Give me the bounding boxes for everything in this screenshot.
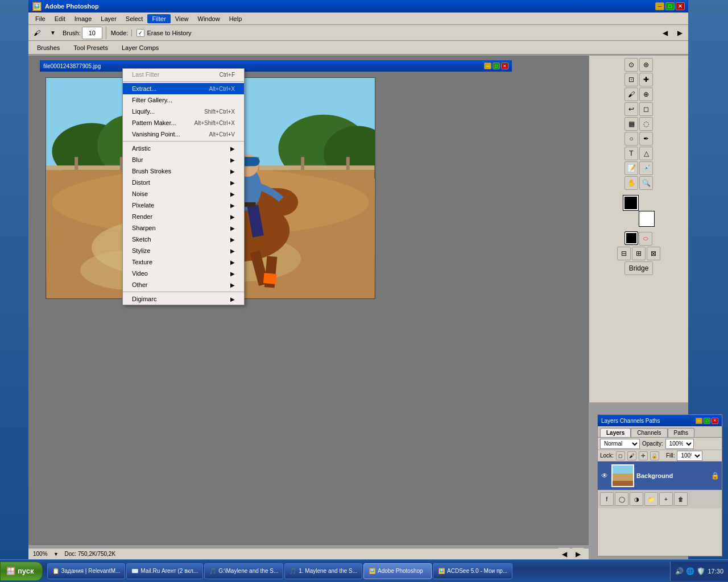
bridge-btn[interactable]: Bridge bbox=[624, 261, 653, 275]
tool-crop[interactable]: ⊡ bbox=[624, 73, 638, 86]
filter-item-pattern-maker[interactable]: Pattern Maker... Alt+Shift+Ctrl+X bbox=[123, 117, 244, 128]
tab-channels[interactable]: Channels bbox=[631, 428, 667, 437]
doc-close-button[interactable]: ✕ bbox=[501, 63, 508, 69]
blend-mode-select[interactable]: Normal Multiply Screen bbox=[600, 439, 640, 449]
taskbar-item-4[interactable]: 🖼️ Adobe Photoshop bbox=[363, 563, 432, 579]
toolbar-icon-1[interactable]: ◀ bbox=[659, 27, 671, 39]
status-dropdown[interactable]: ▼ bbox=[52, 550, 60, 558]
tool-eyedrop[interactable]: 💉 bbox=[639, 161, 653, 175]
tool-blur[interactable]: ◌ bbox=[639, 117, 653, 131]
background-color[interactable] bbox=[639, 211, 654, 226]
filter-item-video[interactable]: Video ▶ bbox=[123, 268, 244, 279]
filter-item-noise[interactable]: Noise ▶ bbox=[123, 188, 244, 199]
filter-item-blur[interactable]: Blur ▶ bbox=[123, 154, 244, 165]
tool-heal[interactable]: ✚ bbox=[639, 73, 653, 86]
tool-history-brush[interactable]: ↩ bbox=[624, 102, 638, 116]
layers-maximize-btn[interactable]: □ bbox=[704, 418, 710, 424]
filter-item-filter-gallery[interactable]: Filter Gallery... bbox=[123, 94, 244, 106]
filter-item-stylize[interactable]: Stylize ▶ bbox=[123, 245, 244, 256]
quick-mask-btn[interactable]: ⬭ bbox=[639, 232, 652, 246]
tool-magic-wand[interactable]: ⊛ bbox=[639, 58, 653, 72]
filter-item-sketch[interactable]: Sketch ▶ bbox=[123, 234, 244, 245]
filter-item-render[interactable]: Render ▶ bbox=[123, 211, 244, 222]
layer-row-background[interactable]: 👁 Background 🔒 bbox=[598, 462, 722, 490]
scroll-right-btn[interactable]: ▶ bbox=[572, 548, 584, 560]
menu-select[interactable]: Select bbox=[121, 14, 148, 23]
taskbar-item-2[interactable]: 🎵 G:\Maylene and the S... bbox=[204, 563, 283, 579]
lock-paint-btn[interactable]: 🖌 bbox=[627, 451, 636, 460]
taskbar-item-1[interactable]: ✉️ Mail.Ru Агент (2 вкл... bbox=[126, 563, 203, 579]
menu-file[interactable]: File bbox=[31, 14, 50, 23]
tool-lasso[interactable]: ⊙ bbox=[624, 58, 638, 72]
fullscreen-btn[interactable]: ⊞ bbox=[632, 247, 646, 260]
erase-history-checkbox[interactable]: ✓ bbox=[136, 29, 144, 37]
fill-select[interactable]: 100% bbox=[677, 451, 702, 461]
doc-maximize-button[interactable]: □ bbox=[493, 63, 500, 69]
filter-item-other[interactable]: Other ▶ bbox=[123, 279, 244, 290]
scroll-left-btn[interactable]: ◀ bbox=[558, 548, 570, 560]
tool-gradient[interactable]: ▦ bbox=[624, 117, 638, 131]
add-group-btn[interactable]: 📁 bbox=[644, 492, 658, 506]
menu-window[interactable]: Window bbox=[193, 14, 225, 23]
filter-item-sharpen[interactable]: Sharpen ▶ bbox=[123, 222, 244, 234]
tool-stamp[interactable]: ⊕ bbox=[639, 88, 653, 101]
brush-dropdown[interactable]: ▼ bbox=[44, 27, 61, 39]
menu-image[interactable]: Image bbox=[70, 14, 97, 23]
add-layer-btn[interactable]: + bbox=[659, 492, 673, 506]
filter-item-extract[interactable]: Extract... Alt+Ctrl+X bbox=[123, 83, 244, 94]
foreground-color[interactable] bbox=[623, 196, 638, 210]
tool-dodge[interactable]: ○ bbox=[624, 132, 638, 146]
filter-item-brush-strokes[interactable]: Brush Strokes ▶ bbox=[123, 165, 244, 177]
menu-view[interactable]: View bbox=[171, 14, 193, 23]
filter-item-distort[interactable]: Distort ▶ bbox=[123, 177, 244, 188]
delete-layer-btn[interactable]: 🗑 bbox=[674, 492, 688, 506]
tab-layers[interactable]: Layers bbox=[600, 428, 631, 437]
taskbar-item-0[interactable]: 📋 Задания | RelevantM... bbox=[47, 563, 126, 579]
filter-item-pixelate[interactable]: Pixelate ▶ bbox=[123, 199, 244, 211]
taskbar-item-5[interactable]: 🖼️ ACDSee 5.0 - Мои пр... bbox=[433, 563, 512, 579]
layers-minimize-btn[interactable]: ─ bbox=[696, 418, 702, 424]
maximize-button[interactable]: □ bbox=[665, 2, 675, 10]
tool-text[interactable]: T bbox=[624, 147, 638, 160]
menu-help[interactable]: Help bbox=[225, 14, 247, 23]
menu-layer[interactable]: Layer bbox=[96, 14, 121, 23]
lock-move-btn[interactable]: ✛ bbox=[639, 451, 648, 460]
start-button[interactable]: 🪟 пуск bbox=[0, 562, 43, 581]
menu-edit[interactable]: Edit bbox=[50, 14, 70, 23]
menu-filter[interactable]: Filter bbox=[147, 14, 170, 23]
lock-transparent-btn[interactable]: ◻ bbox=[616, 451, 625, 460]
layers-close-btn[interactable]: ✕ bbox=[712, 418, 718, 424]
tab-paths[interactable]: Paths bbox=[668, 428, 695, 437]
opacity-select[interactable]: 100% bbox=[665, 439, 694, 449]
filter-item-liquify[interactable]: Liquify... Shift+Ctrl+X bbox=[123, 106, 244, 117]
tool-zoom[interactable]: 🔍 bbox=[639, 176, 653, 190]
toolbar-icon-2[interactable]: ▶ bbox=[673, 27, 686, 39]
brushes-tab[interactable]: Brushes bbox=[32, 42, 65, 53]
layer-comps-tab[interactable]: Layer Comps bbox=[117, 42, 164, 53]
filter-item-artistic[interactable]: Artistic ▶ bbox=[123, 143, 244, 154]
close-button[interactable]: ✕ bbox=[676, 2, 685, 10]
add-adjustment-btn[interactable]: ◑ bbox=[630, 492, 643, 506]
tool-notes[interactable]: 📝 bbox=[624, 161, 638, 175]
filter-item-last-filter[interactable]: Last Filter Ctrl+F bbox=[123, 69, 244, 80]
brush-icon[interactable]: 🖌 bbox=[31, 27, 43, 39]
standard-view-btn[interactable]: ⊟ bbox=[617, 247, 631, 260]
add-style-btn[interactable]: f bbox=[600, 492, 614, 506]
layer-visibility-toggle[interactable]: 👁 bbox=[600, 471, 609, 480]
tool-hand[interactable]: ✋ bbox=[624, 176, 638, 190]
normal-mode-btn[interactable] bbox=[625, 232, 638, 244]
add-mask-btn[interactable]: ◯ bbox=[615, 492, 628, 506]
lock-all-btn[interactable]: 🔒 bbox=[650, 451, 659, 460]
filter-item-digimarc[interactable]: Digimarc ▶ bbox=[123, 293, 244, 305]
filter-item-texture[interactable]: Texture ▶ bbox=[123, 256, 244, 268]
tool-brush[interactable]: 🖌 bbox=[624, 88, 638, 101]
minimize-button[interactable]: ─ bbox=[655, 2, 664, 10]
tool-pen[interactable]: ✒ bbox=[639, 132, 653, 146]
taskbar-item-3[interactable]: 🎵 1. Maylene and the S... bbox=[284, 563, 362, 579]
tool-presets-tab[interactable]: Tool Presets bbox=[68, 42, 113, 53]
doc-minimize-button[interactable]: ─ bbox=[484, 63, 491, 69]
brush-size-btn[interactable]: 10 bbox=[82, 27, 102, 39]
filter-item-vanishing-point[interactable]: Vanishing Point... Alt+Ctrl+V bbox=[123, 128, 244, 140]
fullscreen2-btn[interactable]: ⊠ bbox=[647, 247, 660, 260]
tool-eraser[interactable]: ◻ bbox=[639, 102, 653, 116]
